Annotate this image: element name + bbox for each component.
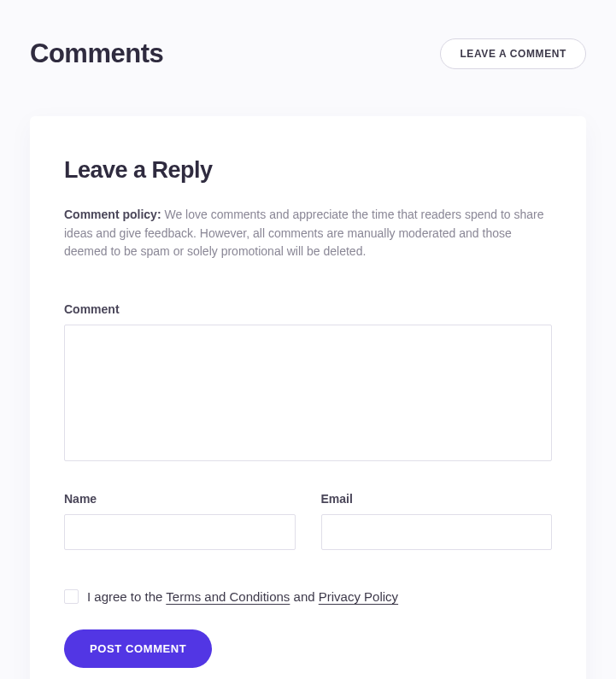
agree-checkbox[interactable]	[64, 589, 79, 604]
comment-textarea[interactable]	[64, 325, 552, 461]
name-email-row: Name Email	[64, 492, 552, 550]
leave-comment-button[interactable]: LEAVE A COMMENT	[440, 38, 586, 69]
privacy-link[interactable]: Privacy Policy	[319, 589, 398, 604]
name-label: Name	[64, 492, 296, 506]
comment-label: Comment	[64, 302, 552, 316]
post-comment-button[interactable]: POST COMMENT	[64, 629, 212, 668]
email-label: Email	[321, 492, 553, 506]
reply-card: Leave a Reply Comment policy: We love co…	[30, 116, 586, 679]
agree-mid: and	[290, 589, 318, 604]
comment-policy: Comment policy: We love comments and app…	[64, 206, 552, 261]
name-input[interactable]	[64, 514, 296, 550]
name-col: Name	[64, 492, 296, 550]
email-input[interactable]	[321, 514, 553, 550]
policy-label: Comment policy:	[64, 208, 161, 221]
header-row: Comments LEAVE A COMMENT	[0, 4, 616, 69]
page-title: Comments	[30, 38, 163, 69]
agree-row: I agree to the Terms and Conditions and …	[64, 589, 552, 604]
reply-title: Leave a Reply	[64, 157, 552, 184]
agree-text: I agree to the Terms and Conditions and …	[87, 589, 398, 604]
terms-link[interactable]: Terms and Conditions	[166, 589, 290, 604]
email-col: Email	[321, 492, 553, 550]
agree-prefix: I agree to the	[87, 589, 166, 604]
